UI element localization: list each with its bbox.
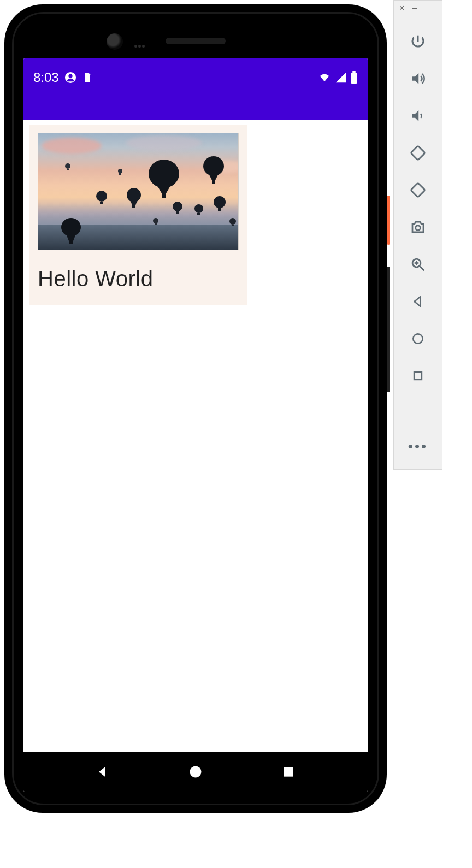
device-frame: 8:03 — [4, 4, 387, 813]
svg-point-32 — [416, 226, 421, 231]
svg-point-16 — [214, 196, 226, 208]
svg-point-1 — [68, 74, 72, 78]
svg-rect-25 — [232, 225, 234, 226]
power-icon[interactable] — [409, 32, 427, 51]
cell-signal-icon — [335, 72, 347, 84]
window-close-button[interactable]: × — [399, 3, 404, 13]
status-bar: 8:03 — [23, 58, 368, 97]
nav-recent-button[interactable] — [279, 762, 298, 782]
svg-rect-21 — [67, 169, 69, 170]
app-content: Hello World — [23, 120, 368, 752]
device-screen: 8:03 — [23, 58, 368, 792]
device-sensors — [134, 40, 156, 50]
svg-point-26 — [153, 218, 158, 223]
svg-point-14 — [194, 204, 203, 213]
navigation-bar — [23, 752, 368, 792]
app-bar — [23, 97, 368, 120]
svg-rect-38 — [414, 372, 422, 380]
svg-point-12 — [173, 202, 182, 211]
svg-point-28 — [190, 766, 202, 778]
svg-rect-9 — [132, 205, 135, 208]
rotate-right-icon[interactable] — [409, 181, 427, 199]
svg-point-8 — [127, 188, 141, 202]
nav-back-button[interactable] — [93, 762, 113, 782]
camera-icon[interactable] — [409, 218, 427, 237]
device-speaker — [166, 38, 226, 44]
svg-rect-11 — [100, 202, 103, 204]
sd-card-icon — [82, 72, 93, 84]
volume-down-icon[interactable] — [409, 107, 427, 125]
nav-home-button[interactable] — [186, 762, 205, 782]
device-bezel: 8:03 — [12, 12, 379, 805]
device-camera — [107, 33, 123, 50]
profile-icon — [64, 72, 76, 84]
card[interactable]: Hello World — [29, 125, 247, 305]
svg-rect-30 — [411, 146, 425, 160]
emulator-toolbar: × – ••• — [393, 0, 442, 470]
svg-rect-13 — [176, 211, 179, 214]
overview-icon[interactable] — [409, 367, 427, 385]
window-minimize-button[interactable]: – — [412, 3, 417, 13]
svg-point-18 — [61, 218, 81, 237]
svg-rect-7 — [212, 180, 215, 184]
svg-rect-17 — [218, 208, 221, 211]
svg-rect-3 — [352, 71, 356, 73]
battery-icon — [350, 71, 358, 84]
svg-rect-23 — [119, 173, 121, 175]
card-title: Hello World — [38, 267, 239, 291]
svg-point-22 — [118, 169, 122, 173]
svg-rect-29 — [284, 767, 293, 776]
device-volume-button — [387, 267, 390, 392]
svg-point-6 — [203, 156, 224, 176]
svg-rect-2 — [351, 73, 357, 84]
zoom-icon[interactable] — [409, 255, 427, 274]
svg-rect-19 — [69, 241, 73, 244]
svg-rect-15 — [197, 213, 200, 215]
device-power-button — [387, 196, 390, 245]
svg-rect-31 — [411, 183, 425, 197]
svg-rect-27 — [155, 223, 157, 225]
home-icon[interactable] — [409, 329, 427, 348]
more-icon[interactable]: ••• — [408, 427, 428, 469]
svg-point-4 — [149, 160, 179, 188]
svg-line-34 — [420, 267, 424, 271]
card-image — [38, 133, 239, 250]
rotate-left-icon[interactable] — [409, 144, 427, 162]
emulator-titlebar: × – — [394, 1, 442, 16]
svg-rect-5 — [162, 193, 166, 198]
svg-point-24 — [229, 218, 236, 225]
svg-point-20 — [65, 163, 70, 169]
svg-point-37 — [413, 334, 422, 343]
wifi-icon — [317, 72, 332, 84]
svg-point-10 — [96, 191, 107, 202]
status-time: 8:03 — [33, 70, 59, 85]
back-icon[interactable] — [409, 292, 427, 311]
volume-up-icon[interactable] — [409, 69, 427, 88]
